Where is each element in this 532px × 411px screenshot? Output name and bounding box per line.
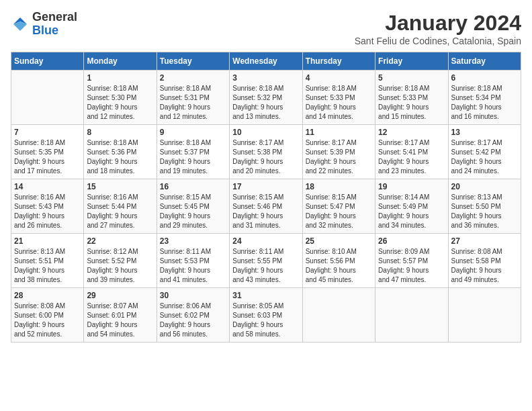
calendar-week-4: 21Sunrise: 8:13 AM Sunset: 5:51 PM Dayli… — [11, 234, 521, 288]
logo: General Blue — [11, 11, 77, 38]
day-info: Sunrise: 8:18 AM Sunset: 5:30 PM Dayligh… — [87, 84, 153, 122]
day-number: 18 — [306, 182, 372, 191]
title-area: January 2024 Sant Feliu de Codines, Cata… — [355, 11, 521, 46]
day-number: 17 — [232, 182, 299, 191]
day-info: Sunrise: 8:17 AM Sunset: 5:38 PM Dayligh… — [232, 138, 299, 176]
calendar-cell: 22Sunrise: 8:12 AM Sunset: 5:52 PM Dayli… — [84, 234, 157, 288]
day-number: 29 — [87, 291, 153, 300]
calendar-cell: 11Sunrise: 8:17 AM Sunset: 5:39 PM Dayli… — [302, 125, 375, 179]
day-info: Sunrise: 8:18 AM Sunset: 5:35 PM Dayligh… — [14, 138, 81, 176]
calendar-cell: 15Sunrise: 8:16 AM Sunset: 5:44 PM Dayli… — [84, 179, 157, 234]
day-number: 3 — [232, 73, 299, 83]
day-number: 21 — [14, 236, 81, 246]
day-info: Sunrise: 8:14 AM Sunset: 5:49 PM Dayligh… — [378, 193, 445, 230]
day-info: Sunrise: 8:16 AM Sunset: 5:43 PM Dayligh… — [14, 193, 81, 230]
day-number: 30 — [160, 291, 226, 300]
calendar-cell: 26Sunrise: 8:09 AM Sunset: 5:57 PM Dayli… — [375, 234, 448, 288]
day-number: 22 — [87, 236, 153, 246]
weekday-header-friday: Friday — [375, 52, 448, 71]
calendar-cell: 7Sunrise: 8:18 AM Sunset: 5:35 PM Daylig… — [11, 125, 84, 179]
calendar-cell: 29Sunrise: 8:07 AM Sunset: 6:01 PM Dayli… — [84, 288, 157, 342]
logo-blue: Blue — [32, 24, 58, 37]
calendar-cell: 31Sunrise: 8:05 AM Sunset: 6:03 PM Dayli… — [230, 288, 302, 342]
calendar-cell: 4Sunrise: 8:18 AM Sunset: 5:33 PM Daylig… — [302, 71, 375, 125]
day-number: 12 — [378, 128, 445, 137]
day-info: Sunrise: 8:17 AM Sunset: 5:42 PM Dayligh… — [451, 138, 518, 176]
day-number: 5 — [378, 73, 445, 83]
day-info: Sunrise: 8:15 AM Sunset: 5:45 PM Dayligh… — [160, 193, 226, 230]
day-info: Sunrise: 8:18 AM Sunset: 5:31 PM Dayligh… — [160, 84, 226, 122]
location-subtitle: Sant Feliu de Codines, Catalonia, Spain — [355, 36, 521, 46]
day-info: Sunrise: 8:07 AM Sunset: 6:01 PM Dayligh… — [87, 302, 153, 339]
day-info: Sunrise: 8:11 AM Sunset: 5:55 PM Dayligh… — [232, 247, 299, 285]
calendar-cell — [11, 71, 84, 125]
calendar-cell: 23Sunrise: 8:11 AM Sunset: 5:53 PM Dayli… — [157, 234, 229, 288]
calendar-cell — [375, 288, 448, 342]
day-info: Sunrise: 8:17 AM Sunset: 5:39 PM Dayligh… — [306, 138, 372, 176]
day-number: 26 — [378, 236, 445, 246]
calendar-cell: 3Sunrise: 8:18 AM Sunset: 5:32 PM Daylig… — [230, 71, 302, 125]
day-number: 15 — [87, 182, 153, 191]
day-info: Sunrise: 8:08 AM Sunset: 5:58 PM Dayligh… — [451, 247, 518, 285]
day-info: Sunrise: 8:17 AM Sunset: 5:41 PM Dayligh… — [378, 138, 445, 176]
day-info: Sunrise: 8:18 AM Sunset: 5:32 PM Dayligh… — [232, 84, 299, 122]
calendar-cell — [302, 288, 375, 342]
calendar-week-3: 14Sunrise: 8:16 AM Sunset: 5:43 PM Dayli… — [11, 179, 521, 234]
calendar-cell: 28Sunrise: 8:08 AM Sunset: 6:00 PM Dayli… — [11, 288, 84, 342]
day-number: 8 — [87, 128, 153, 137]
day-number: 24 — [232, 236, 299, 246]
calendar-cell: 6Sunrise: 8:18 AM Sunset: 5:34 PM Daylig… — [448, 71, 521, 125]
day-info: Sunrise: 8:18 AM Sunset: 5:36 PM Dayligh… — [87, 138, 153, 176]
calendar-cell: 9Sunrise: 8:18 AM Sunset: 5:37 PM Daylig… — [157, 125, 229, 179]
day-number: 27 — [451, 236, 518, 246]
calendar-cell: 10Sunrise: 8:17 AM Sunset: 5:38 PM Dayli… — [230, 125, 302, 179]
day-number: 9 — [160, 128, 226, 137]
weekday-header-thursday: Thursday — [302, 52, 375, 71]
day-number: 6 — [451, 73, 518, 83]
calendar-week-1: 1Sunrise: 8:18 AM Sunset: 5:30 PM Daylig… — [11, 71, 521, 125]
day-info: Sunrise: 8:15 AM Sunset: 5:47 PM Dayligh… — [306, 193, 372, 230]
day-number: 14 — [14, 182, 81, 191]
day-number: 28 — [14, 291, 81, 300]
day-info: Sunrise: 8:18 AM Sunset: 5:34 PM Dayligh… — [451, 84, 518, 122]
calendar-cell: 2Sunrise: 8:18 AM Sunset: 5:31 PM Daylig… — [157, 71, 229, 125]
day-number: 13 — [451, 128, 518, 137]
logo-icon — [11, 15, 30, 34]
day-info: Sunrise: 8:13 AM Sunset: 5:50 PM Dayligh… — [451, 193, 518, 230]
day-info: Sunrise: 8:12 AM Sunset: 5:52 PM Dayligh… — [87, 247, 153, 285]
day-info: Sunrise: 8:05 AM Sunset: 6:03 PM Dayligh… — [232, 302, 299, 339]
calendar-cell — [448, 288, 521, 342]
weekday-header-monday: Monday — [84, 52, 157, 71]
day-number: 1 — [87, 73, 153, 83]
calendar-cell: 19Sunrise: 8:14 AM Sunset: 5:49 PM Dayli… — [375, 179, 448, 234]
day-info: Sunrise: 8:18 AM Sunset: 5:33 PM Dayligh… — [306, 84, 372, 122]
day-number: 11 — [306, 128, 372, 137]
calendar-cell: 17Sunrise: 8:15 AM Sunset: 5:46 PM Dayli… — [230, 179, 302, 234]
calendar-cell: 14Sunrise: 8:16 AM Sunset: 5:43 PM Dayli… — [11, 179, 84, 234]
day-number: 16 — [160, 182, 226, 191]
calendar-cell: 1Sunrise: 8:18 AM Sunset: 5:30 PM Daylig… — [84, 71, 157, 125]
day-number: 19 — [378, 182, 445, 191]
day-number: 2 — [160, 73, 226, 83]
calendar-cell: 24Sunrise: 8:11 AM Sunset: 5:55 PM Dayli… — [230, 234, 302, 288]
day-info: Sunrise: 8:15 AM Sunset: 5:46 PM Dayligh… — [232, 193, 299, 230]
calendar-cell: 12Sunrise: 8:17 AM Sunset: 5:41 PM Dayli… — [375, 125, 448, 179]
day-info: Sunrise: 8:11 AM Sunset: 5:53 PM Dayligh… — [160, 247, 226, 285]
calendar-cell: 20Sunrise: 8:13 AM Sunset: 5:50 PM Dayli… — [448, 179, 521, 234]
day-number: 10 — [232, 128, 299, 137]
calendar-table: SundayMondayTuesdayWednesdayThursdayFrid… — [11, 52, 521, 342]
calendar-cell: 13Sunrise: 8:17 AM Sunset: 5:42 PM Dayli… — [448, 125, 521, 179]
header-row: SundayMondayTuesdayWednesdayThursdayFrid… — [11, 52, 521, 71]
day-info: Sunrise: 8:09 AM Sunset: 5:57 PM Dayligh… — [378, 247, 445, 285]
calendar-cell: 5Sunrise: 8:18 AM Sunset: 5:33 PM Daylig… — [375, 71, 448, 125]
day-info: Sunrise: 8:10 AM Sunset: 5:56 PM Dayligh… — [306, 247, 372, 285]
weekday-header-tuesday: Tuesday — [157, 52, 229, 71]
logo-text: General Blue — [32, 11, 77, 38]
day-number: 31 — [232, 291, 299, 300]
weekday-header-sunday: Sunday — [11, 52, 84, 71]
weekday-header-saturday: Saturday — [448, 52, 521, 71]
calendar-cell: 30Sunrise: 8:06 AM Sunset: 6:02 PM Dayli… — [157, 288, 229, 342]
calendar-cell: 25Sunrise: 8:10 AM Sunset: 5:56 PM Dayli… — [302, 234, 375, 288]
page-header: General Blue January 2024 Sant Feliu de … — [11, 11, 521, 46]
calendar-cell: 16Sunrise: 8:15 AM Sunset: 5:45 PM Dayli… — [157, 179, 229, 234]
